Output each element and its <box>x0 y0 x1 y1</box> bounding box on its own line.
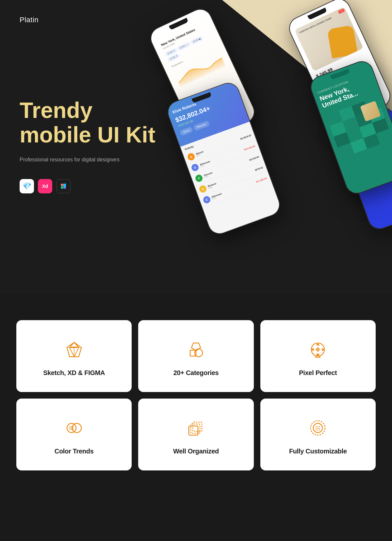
svg-point-19 <box>67 423 76 433</box>
svg-rect-2 <box>61 186 63 189</box>
figma-icon <box>56 179 71 193</box>
svg-point-35 <box>316 426 317 427</box>
features-grid: Sketch, XD & FIGMA 20+ Categories <box>16 320 376 470</box>
hero-title: Trendy mobile UI Kit <box>20 98 157 147</box>
feature-label-categories: 20+ Categories <box>173 369 219 377</box>
hero-text-block: Trendy mobile UI Kit Professional resour… <box>20 98 157 193</box>
tool-icons-row: 💎 Xd <box>20 179 157 193</box>
feature-card-sketch: Sketch, XD & FIGMA <box>16 320 132 392</box>
hero-section: Platin Trendy mobile UI Kit Professional… <box>0 0 392 294</box>
svg-point-40 <box>319 428 320 429</box>
feature-card-customizable: Fully Customizable <box>260 399 376 470</box>
svg-point-38 <box>316 428 317 429</box>
svg-point-41 <box>316 429 317 430</box>
svg-point-23 <box>69 427 70 428</box>
svg-point-26 <box>69 429 70 430</box>
svg-point-36 <box>318 426 318 427</box>
color-circles-icon <box>64 418 85 438</box>
phones-area: New York, United States Oct 04, 2019 12:… <box>144 0 392 294</box>
feature-label-pixel: Pixel Perfect <box>299 369 337 377</box>
svg-point-29 <box>72 423 81 433</box>
hero-subtitle: Professional resources for digital desig… <box>20 157 144 163</box>
feature-label-color: Color Trends <box>55 448 94 455</box>
feature-card-categories: 20+ Categories <box>138 320 253 392</box>
feature-card-pixel: Pixel Perfect <box>260 320 376 392</box>
phone-crypto: Elsie Roberts $32,802.04+ +$30,402.00 Se… <box>164 80 283 238</box>
svg-line-8 <box>74 348 79 357</box>
feature-label-sketch: Sketch, XD & FIGMA <box>43 369 105 377</box>
svg-point-39 <box>318 428 318 429</box>
svg-point-20 <box>69 426 70 427</box>
adobe-xd-icon: Xd <box>38 179 52 193</box>
svg-line-7 <box>70 348 74 357</box>
shapes-icon <box>186 339 206 360</box>
features-section: Sketch, XD & FIGMA 20+ Categories <box>0 294 392 490</box>
diamond-icon <box>64 339 85 360</box>
settings-circle-icon <box>307 418 328 438</box>
layers-icon <box>186 418 206 438</box>
sketch-icon: 💎 <box>20 179 34 193</box>
svg-point-24 <box>70 427 71 428</box>
feature-card-organized: Well Organized <box>138 399 253 470</box>
furniture-product-name: CANYON VISTA LOUNGE CHAIR <box>299 17 332 34</box>
brand-name: Platin <box>20 16 39 24</box>
svg-point-37 <box>319 426 320 427</box>
feature-card-color: Color Trends <box>16 399 132 470</box>
feature-label-organized: Well Organized <box>173 448 219 455</box>
svg-point-42 <box>318 429 318 430</box>
svg-point-4 <box>63 185 66 188</box>
svg-point-43 <box>319 429 320 430</box>
svg-rect-31 <box>191 424 200 433</box>
feature-label-customizable: Fully Customizable <box>289 448 347 455</box>
pen-tool-icon <box>307 339 328 360</box>
svg-rect-30 <box>193 422 202 431</box>
svg-rect-0 <box>61 184 63 186</box>
svg-rect-32 <box>189 426 198 435</box>
